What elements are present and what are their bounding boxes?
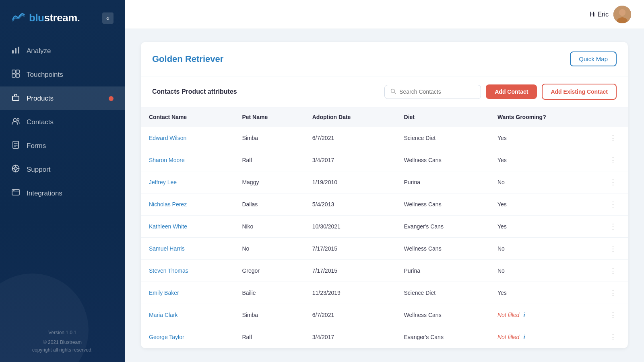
cell-diet: Science Diet — [396, 282, 489, 304]
contacts-toolbar: Contacts Product attributes Add Contact … — [141, 76, 628, 107]
info-icon[interactable]: i — [523, 334, 525, 340]
copyright-text: © 2021 Blustream copyright all rights re… — [11, 339, 114, 354]
sidebar-item-label: Contacts — [27, 118, 54, 126]
contact-link[interactable]: Kathleen White — [149, 223, 187, 230]
cell-row-menu[interactable]: ⋮ — [598, 127, 628, 149]
add-existing-contact-button[interactable]: Add Existing Contact — [542, 84, 617, 100]
row-menu-button[interactable]: ⋮ — [606, 287, 620, 298]
cell-wants-grooming: Not filledi — [489, 304, 598, 326]
sidebar-item-products[interactable]: Products — [0, 86, 125, 110]
row-menu-button[interactable]: ⋮ — [606, 265, 620, 276]
row-menu-button[interactable]: ⋮ — [606, 132, 620, 144]
sidebar-item-analyze[interactable]: Analyze — [0, 39, 125, 63]
page-title: Golden Retriever — [152, 54, 223, 64]
sidebar-nav: Analyze Touchpoints Products Contacts — [0, 33, 125, 321]
svg-point-23 — [14, 190, 15, 191]
cell-diet: Wellness Cans — [396, 193, 489, 216]
cell-contact-name[interactable]: Nicholas Perez — [141, 193, 234, 216]
cell-pet-name: Bailie — [234, 282, 304, 304]
sidebar-item-integrations[interactable]: Integrations — [0, 181, 125, 205]
row-menu-button[interactable]: ⋮ — [606, 331, 620, 343]
svg-rect-3 — [12, 70, 15, 73]
avatar-image — [613, 6, 631, 23]
cell-row-menu[interactable]: ⋮ — [598, 216, 628, 238]
cell-contact-name[interactable]: Maria Clark — [141, 304, 234, 326]
row-menu-button[interactable]: ⋮ — [606, 243, 620, 254]
table-row: Sharon MooreRalf3/4/2017Wellness CansYes… — [141, 149, 628, 171]
contact-link[interactable]: Samuel Harris — [149, 245, 185, 252]
cell-pet-name: Gregor — [234, 260, 304, 282]
cell-adoption-date: 1/19/2010 — [304, 171, 396, 193]
cell-row-menu[interactable]: ⋮ — [598, 326, 628, 348]
cell-pet-name: Simba — [234, 304, 304, 326]
cell-row-menu[interactable]: ⋮ — [598, 149, 628, 171]
row-menu-button[interactable]: ⋮ — [606, 309, 620, 321]
svg-point-27 — [619, 9, 625, 16]
svg-rect-7 — [12, 96, 19, 101]
svg-rect-5 — [12, 74, 15, 77]
cell-contact-name[interactable]: Emily Baker — [141, 282, 234, 304]
cell-contact-name[interactable]: Kathleen White — [141, 216, 234, 238]
cell-row-menu[interactable]: ⋮ — [598, 238, 628, 260]
cell-contact-name[interactable]: Steven Thomas — [141, 260, 234, 282]
search-input[interactable] — [399, 88, 475, 95]
cell-diet: Wellness Cans — [396, 304, 489, 326]
cell-row-menu[interactable]: ⋮ — [598, 260, 628, 282]
cell-pet-name: Maggy — [234, 171, 304, 193]
contact-link[interactable]: Sharon Moore — [149, 157, 185, 163]
sidebar-item-forms[interactable]: Forms — [0, 134, 125, 158]
content-area: Golden Retriever Quick Map Contacts Prod… — [125, 29, 644, 362]
row-menu-button[interactable]: ⋮ — [606, 199, 620, 210]
section-title: Contacts Product attributes — [152, 88, 237, 95]
cell-row-menu[interactable]: ⋮ — [598, 193, 628, 216]
cell-contact-name[interactable]: Jeffrey Lee — [141, 171, 234, 193]
cell-wants-grooming: Yes — [489, 216, 598, 238]
sidebar-collapse-button[interactable]: « — [102, 12, 114, 24]
search-box[interactable] — [384, 85, 481, 99]
contact-link[interactable]: Steven Thomas — [149, 267, 188, 274]
cell-pet-name: Ralf — [234, 326, 304, 348]
quick-map-button[interactable]: Quick Map — [570, 51, 617, 66]
row-menu-button[interactable]: ⋮ — [606, 177, 620, 188]
contact-link[interactable]: Nicholas Perez — [149, 201, 187, 208]
products-badge — [109, 96, 114, 101]
contacts-table: Contact Name Pet Name Adoption Date Diet… — [141, 107, 628, 348]
integrations-icon — [11, 188, 20, 199]
cell-adoption-date: 11/23/2019 — [304, 282, 396, 304]
contacts-table-container: Contact Name Pet Name Adoption Date Diet… — [141, 107, 628, 348]
cell-row-menu[interactable]: ⋮ — [598, 282, 628, 304]
svg-rect-6 — [16, 74, 19, 77]
not-filled-label: Not filled — [497, 334, 519, 340]
contact-link[interactable]: George Taylor — [149, 334, 184, 340]
cell-adoption-date: 6/7/2021 — [304, 304, 396, 326]
cell-contact-name[interactable]: George Taylor — [141, 326, 234, 348]
cell-row-menu[interactable]: ⋮ — [598, 171, 628, 193]
cell-contact-name[interactable]: Sharon Moore — [141, 149, 234, 171]
cell-wants-grooming: Yes — [489, 193, 598, 216]
contact-link[interactable]: Edward Wilson — [149, 135, 186, 141]
cell-diet: Science Diet — [396, 127, 489, 149]
table-header: Contact Name Pet Name Adoption Date Diet… — [141, 107, 628, 127]
svg-point-9 — [17, 119, 19, 121]
svg-rect-1 — [15, 48, 17, 53]
contact-link[interactable]: Maria Clark — [149, 312, 178, 318]
cell-diet: Evanger's Cans — [396, 216, 489, 238]
sidebar-item-contacts[interactable]: Contacts — [0, 110, 125, 134]
cell-wants-grooming: No — [489, 260, 598, 282]
add-contact-button[interactable]: Add Contact — [486, 84, 537, 99]
sidebar-item-support[interactable]: Support — [0, 158, 125, 181]
cell-row-menu[interactable]: ⋮ — [598, 304, 628, 326]
cell-wants-grooming: Not filledi — [489, 326, 598, 348]
cell-contact-name[interactable]: Edward Wilson — [141, 127, 234, 149]
table-row: Steven ThomasGregor7/17/2015PurinaNo⋮ — [141, 260, 628, 282]
row-menu-button[interactable]: ⋮ — [606, 221, 620, 232]
sidebar-item-touchpoints[interactable]: Touchpoints — [0, 63, 125, 86]
cell-adoption-date: 7/17/2015 — [304, 260, 396, 282]
info-icon[interactable]: i — [523, 312, 525, 318]
sidebar-item-label: Touchpoints — [27, 71, 63, 79]
contact-link[interactable]: Jeffrey Lee — [149, 179, 177, 185]
cell-contact-name[interactable]: Samuel Harris — [141, 238, 234, 260]
contact-link[interactable]: Emily Baker — [149, 290, 179, 296]
row-menu-button[interactable]: ⋮ — [606, 154, 620, 166]
cell-pet-name: Dallas — [234, 193, 304, 216]
